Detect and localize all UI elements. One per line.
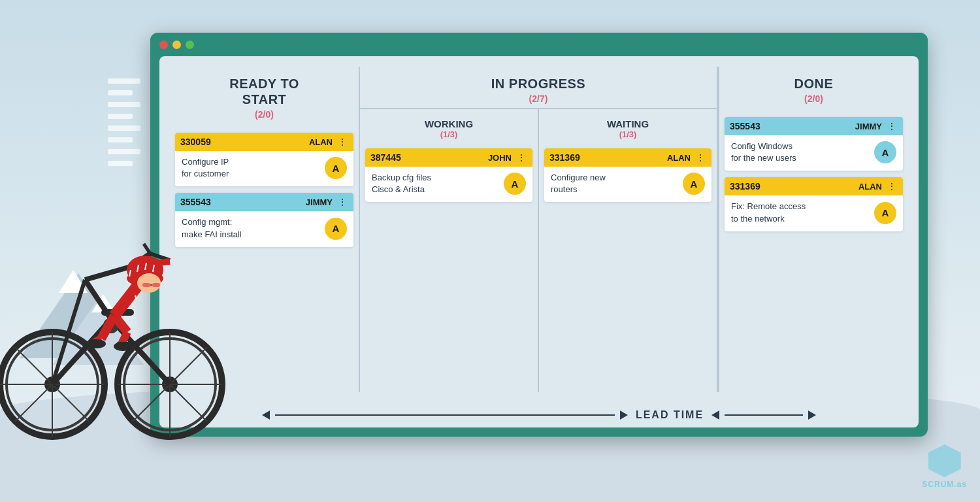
scrum-logo-hexagon: [928, 444, 961, 477]
column-header-ready: READY TOSTART (2/0): [175, 67, 353, 126]
column-count-done: (2/0): [730, 93, 898, 104]
minimize-button[interactable]: [172, 41, 181, 49]
column-title-in-progress: IN PROGRESS: [365, 76, 711, 92]
browser-content: READY TOSTART (2/0) 330059 ALAN ⋮ Config…: [159, 56, 919, 427]
scrum-logo-text: SCRUM.as: [922, 480, 967, 489]
card-assignee-355543-ready: JIMMY: [306, 197, 333, 207]
sub-column-title-working: WORKING: [368, 118, 530, 129]
card-desc-387445: Backup cfg filesCisco & Arista: [372, 172, 498, 195]
arrow-left-icon: [262, 410, 270, 420]
browser-titlebar: [150, 33, 928, 56]
card-menu-icon-355543-done[interactable]: ⋮: [886, 121, 898, 131]
card-desc-331369-done: Fix: Remote accessto the network: [731, 201, 869, 224]
card-assignee-330059: ALAN: [309, 137, 333, 147]
sub-column-waiting: WAITING (1/3) 331369 ALAN ⋮ Configure ne…: [539, 109, 717, 392]
card-avatar-355543-done: A: [874, 141, 896, 163]
maximize-button[interactable]: [186, 41, 194, 49]
close-button[interactable]: [159, 41, 168, 49]
card-desc-355543-done: Config Windowsfor the new users: [731, 141, 869, 164]
svg-text:1: 1: [134, 294, 137, 301]
card-assignee-355543-done: JIMMY: [855, 122, 882, 131]
card-header-331369-waiting: 331369 ALAN ⋮: [544, 148, 711, 167]
sub-column-count-working: (1/3): [368, 129, 530, 139]
card-body-387445: Backup cfg filesCisco & Arista A: [365, 167, 532, 202]
svg-rect-42: [142, 283, 150, 287]
sub-column-count-waiting: (1/3): [547, 129, 709, 139]
lead-time-bar: LEAD TIME: [159, 403, 919, 427]
card-assignee-331369-done: ALAN: [858, 182, 882, 192]
column-title-done: DONE: [730, 76, 898, 92]
card-menu-icon-331369-done[interactable]: ⋮: [886, 181, 898, 192]
lead-time-arrow: [262, 410, 628, 420]
column-header-done: DONE (2/0): [725, 67, 903, 110]
card-body-331369-waiting: Configure newrouters A: [544, 167, 711, 202]
card-id-331369-done: 331369: [730, 181, 855, 192]
lead-time-label: LEAD TIME: [636, 409, 704, 421]
card-id-387445: 387445: [370, 152, 484, 163]
sub-column-header-waiting: WAITING (1/3): [544, 114, 711, 144]
card-header-331369-done: 331369 ALAN ⋮: [725, 177, 903, 195]
card-avatar-330059: A: [325, 157, 347, 179]
browser-window: READY TOSTART (2/0) 330059 ALAN ⋮ Config…: [150, 33, 928, 437]
task-card-331369-done[interactable]: 331369 ALAN ⋮ Fix: Remote accessto the n…: [725, 177, 903, 231]
card-body-355543-done: Config Windowsfor the new users A: [725, 135, 903, 171]
arrow-right-icon-2: [808, 410, 816, 420]
card-menu-icon-387445[interactable]: ⋮: [515, 152, 527, 163]
card-avatar-331369-waiting: A: [683, 173, 705, 195]
svg-point-46: [114, 342, 132, 351]
arrow-left-icon-2: [711, 410, 719, 420]
in-progress-sub-columns: WORKING (1/3) 387445 JOHN ⋮ Backup cfg f…: [360, 109, 717, 392]
lead-time-line: [275, 414, 615, 416]
svg-point-45: [88, 339, 106, 348]
card-header-355543-done: 355543 JIMMY ⋮: [725, 117, 903, 135]
scrum-branding: SCRUM.as: [922, 444, 967, 489]
task-card-331369-waiting[interactable]: 331369 ALAN ⋮ Configure newrouters A: [544, 148, 711, 202]
sub-column-header-working: WORKING (1/3): [365, 114, 532, 144]
kanban-board: READY TOSTART (2/0) 330059 ALAN ⋮ Config…: [159, 56, 919, 403]
card-header-387445: 387445 JOHN ⋮: [365, 148, 532, 167]
card-assignee-331369-waiting: ALAN: [667, 153, 691, 163]
card-avatar-355543-ready: A: [325, 218, 347, 240]
lead-time-line-2: [725, 414, 803, 416]
lead-time-arrow-2: [711, 410, 816, 420]
sub-column-working: WORKING (1/3) 387445 JOHN ⋮ Backup cfg f…: [360, 109, 539, 392]
card-menu-icon-331369-waiting[interactable]: ⋮: [694, 152, 706, 163]
svg-line-18: [85, 267, 131, 280]
sub-column-title-waiting: WAITING: [547, 118, 709, 129]
task-card-355543-done[interactable]: 355543 JIMMY ⋮ Config Windowsfor the new…: [725, 117, 903, 171]
arrow-right-icon: [620, 410, 628, 420]
card-menu-icon-355543-ready[interactable]: ⋮: [336, 197, 348, 207]
card-body-331369-done: Fix: Remote accessto the network A: [725, 195, 903, 231]
column-done: DONE (2/0) 355543 JIMMY ⋮ Config Windows…: [718, 67, 908, 392]
card-id-331369-waiting: 331369: [549, 152, 663, 163]
column-in-progress: IN PROGRESS (2/7) WORKING (1/3) 387445: [359, 67, 718, 392]
svg-rect-43: [152, 283, 160, 287]
task-card-387445[interactable]: 387445 JOHN ⋮ Backup cfg filesCisco & Ar…: [365, 148, 532, 202]
card-menu-icon-330059[interactable]: ⋮: [336, 137, 348, 147]
card-assignee-387445: JOHN: [488, 153, 512, 163]
svg-line-21: [144, 244, 150, 254]
column-title-ready: READY TOSTART: [180, 76, 348, 107]
card-avatar-387445: A: [504, 173, 526, 195]
column-count-in-progress: (2/7): [365, 93, 711, 104]
card-desc-331369-waiting: Configure newrouters: [551, 172, 678, 195]
card-avatar-331369-done: A: [874, 202, 896, 224]
in-progress-header: IN PROGRESS (2/7): [360, 67, 717, 109]
column-count-ready: (2/0): [180, 109, 348, 120]
card-id-355543-done: 355543: [730, 121, 851, 131]
cyclist-illustration: 1: [0, 136, 229, 463]
